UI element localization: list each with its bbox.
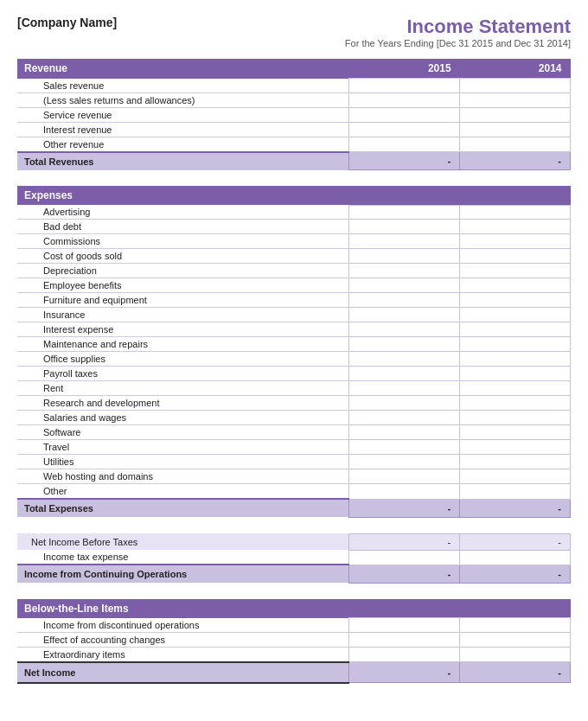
advertising-2014[interactable]: [460, 205, 571, 220]
income-tax-label: Income tax expense: [17, 550, 349, 565]
bad-debt-label: Bad debt: [17, 220, 349, 234]
other-revenue-2014[interactable]: [460, 137, 571, 152]
rd-label: Research and development: [17, 396, 349, 411]
sales-returns-2015[interactable]: [349, 93, 460, 107]
web-hosting-2015[interactable]: [349, 469, 460, 484]
travel-label: Travel: [17, 440, 349, 455]
list-item: Extraordinary items: [17, 647, 571, 662]
rd-2015[interactable]: [349, 396, 460, 411]
furniture-2015[interactable]: [349, 293, 460, 308]
utilities-2015[interactable]: [349, 455, 460, 469]
payroll-taxes-label: Payroll taxes: [17, 367, 349, 381]
total-expenses-2015: -: [349, 499, 460, 517]
extraordinary-items-2015[interactable]: [349, 647, 460, 662]
net-before-taxes-2014: -: [460, 533, 571, 550]
depreciation-2015[interactable]: [349, 264, 460, 278]
insurance-2015[interactable]: [349, 308, 460, 322]
other-revenue-label: Other revenue: [17, 137, 349, 152]
cogs-label: Cost of goods sold: [17, 249, 349, 264]
extraordinary-items-2014[interactable]: [460, 647, 571, 662]
rd-2014[interactable]: [460, 396, 571, 411]
extraordinary-items-label: Extraordinary items: [17, 647, 349, 662]
list-item: Commissions: [17, 234, 571, 249]
interest-expense-2015[interactable]: [349, 322, 460, 337]
other-revenue-2015[interactable]: [349, 137, 460, 152]
salaries-2015[interactable]: [349, 411, 460, 425]
furniture-2014[interactable]: [460, 293, 571, 308]
travel-2015[interactable]: [349, 440, 460, 455]
list-item: Furniture and equipment: [17, 293, 571, 308]
web-hosting-2014[interactable]: [460, 469, 571, 484]
sales-returns-2014[interactable]: [460, 93, 571, 107]
bad-debt-2015[interactable]: [349, 220, 460, 234]
advertising-2015[interactable]: [349, 205, 460, 220]
office-supplies-2014[interactable]: [460, 352, 571, 367]
employee-benefits-2015[interactable]: [349, 278, 460, 293]
rent-2014[interactable]: [460, 381, 571, 396]
list-item: Income from discontinued operations: [17, 618, 571, 633]
office-supplies-label: Office supplies: [17, 352, 349, 367]
employee-benefits-label: Employee benefits: [17, 278, 349, 293]
net-income-label: Net Income: [17, 662, 349, 683]
commissions-2015[interactable]: [349, 234, 460, 249]
income-tax-2014[interactable]: [460, 550, 571, 565]
office-supplies-2015[interactable]: [349, 352, 460, 367]
rent-2015[interactable]: [349, 381, 460, 396]
other-expenses-2014[interactable]: [460, 484, 571, 500]
maintenance-2015[interactable]: [349, 337, 460, 352]
employee-benefits-2014[interactable]: [460, 278, 571, 293]
list-item: Advertising: [17, 205, 571, 220]
utilities-2014[interactable]: [460, 455, 571, 469]
list-item: Effect of accounting changes: [17, 632, 571, 647]
interest-expense-label: Interest expense: [17, 322, 349, 337]
payroll-taxes-2015[interactable]: [349, 367, 460, 381]
cogs-2014[interactable]: [460, 249, 571, 264]
expenses-section-label: Expenses: [17, 186, 349, 205]
salaries-2014[interactable]: [460, 411, 571, 425]
header: [Company Name] Income Statement For the …: [17, 16, 571, 48]
list-item: Software: [17, 425, 571, 440]
list-item: Depreciation: [17, 264, 571, 278]
service-revenue-2015[interactable]: [349, 107, 460, 122]
software-2014[interactable]: [460, 425, 571, 440]
expenses-header: Expenses: [17, 186, 571, 205]
accounting-changes-2015[interactable]: [349, 632, 460, 647]
interest-revenue-2014[interactable]: [460, 122, 571, 137]
income-tax-2015[interactable]: [349, 550, 460, 565]
bad-debt-2014[interactable]: [460, 220, 571, 234]
interest-revenue-2015[interactable]: [349, 122, 460, 137]
sales-revenue-2014[interactable]: [460, 79, 571, 93]
payroll-taxes-2014[interactable]: [460, 367, 571, 381]
cogs-2015[interactable]: [349, 249, 460, 264]
list-item: Service revenue: [17, 107, 571, 122]
depreciation-2014[interactable]: [460, 264, 571, 278]
total-revenues-row: Total Revenues - -: [17, 152, 571, 170]
discontinued-ops-2015[interactable]: [349, 618, 460, 633]
discontinued-ops-2014[interactable]: [460, 618, 571, 633]
depreciation-label: Depreciation: [17, 264, 349, 278]
net-income-before-taxes-row: Net Income Before Taxes - -: [17, 533, 571, 550]
net-income-2015: -: [349, 662, 460, 683]
interest-expense-2014[interactable]: [460, 322, 571, 337]
software-2015[interactable]: [349, 425, 460, 440]
other-expenses-2015[interactable]: [349, 484, 460, 500]
list-item: (Less sales returns and allowances): [17, 93, 571, 107]
commissions-2014[interactable]: [460, 234, 571, 249]
service-revenue-2014[interactable]: [460, 107, 571, 122]
list-item: Payroll taxes: [17, 367, 571, 381]
total-expenses-label: Total Expenses: [17, 499, 349, 517]
sales-revenue-2015[interactable]: [349, 79, 460, 93]
accounting-changes-2014[interactable]: [460, 632, 571, 647]
insurance-2014[interactable]: [460, 308, 571, 322]
below-line-section-label: Below-the-Line Items: [17, 599, 349, 618]
maintenance-2014[interactable]: [460, 337, 571, 352]
net-income-2014: -: [460, 662, 571, 683]
travel-2014[interactable]: [460, 440, 571, 455]
total-revenues-label: Total Revenues: [17, 152, 349, 170]
subtitle: For the Years Ending [Dec 31 2015 and De…: [345, 38, 571, 48]
continuing-ops-2015: -: [349, 565, 460, 583]
list-item: Interest revenue: [17, 122, 571, 137]
list-item: Other: [17, 484, 571, 500]
service-revenue-label: Service revenue: [17, 107, 349, 122]
insurance-label: Insurance: [17, 308, 349, 322]
